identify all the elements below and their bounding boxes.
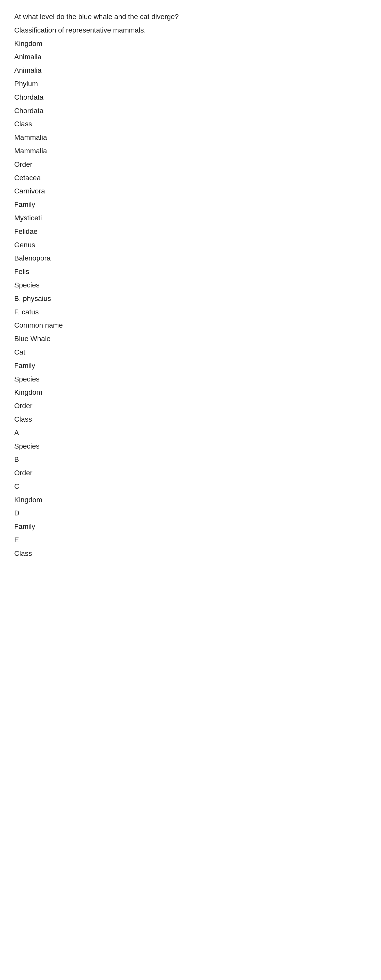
text-line-31: A bbox=[14, 426, 367, 440]
text-line-30: Class bbox=[14, 413, 367, 426]
text-line-28: Kingdom bbox=[14, 386, 367, 399]
text-line-11: Order bbox=[14, 158, 367, 171]
text-line-39: E bbox=[14, 533, 367, 547]
text-line-36: Kingdom bbox=[14, 493, 367, 507]
text-line-10: Mammalia bbox=[14, 144, 367, 158]
text-line-22: F. catus bbox=[14, 305, 367, 319]
text-line-9: Mammalia bbox=[14, 131, 367, 144]
text-line-4: Animalia bbox=[14, 64, 367, 77]
text-line-23: Common name bbox=[14, 319, 367, 332]
text-line-15: Mysticeti bbox=[14, 212, 367, 225]
text-line-26: Family bbox=[14, 359, 367, 372]
text-line-40: Class bbox=[14, 547, 367, 560]
text-line-20: Species bbox=[14, 278, 367, 292]
text-line-33: B bbox=[14, 453, 367, 466]
text-line-8: Class bbox=[14, 118, 367, 131]
text-line-19: Felis bbox=[14, 265, 367, 278]
text-line-0: At what level do the blue whale and the … bbox=[14, 10, 367, 24]
text-line-34: Order bbox=[14, 466, 367, 480]
text-line-24: Blue Whale bbox=[14, 332, 367, 346]
text-line-5: Phylum bbox=[14, 77, 367, 91]
text-line-37: D bbox=[14, 506, 367, 520]
text-line-38: Family bbox=[14, 520, 367, 533]
text-line-27: Species bbox=[14, 372, 367, 386]
text-line-6: Chordata bbox=[14, 91, 367, 104]
text-line-14: Family bbox=[14, 198, 367, 212]
text-line-16: Felidae bbox=[14, 225, 367, 239]
text-line-2: Kingdom bbox=[14, 37, 367, 51]
text-line-3: Animalia bbox=[14, 50, 367, 64]
content-container: At what level do the blue whale and the … bbox=[14, 10, 367, 560]
text-line-7: Chordata bbox=[14, 104, 367, 118]
text-line-25: Cat bbox=[14, 346, 367, 359]
text-line-18: Balenopora bbox=[14, 251, 367, 265]
text-line-17: Genus bbox=[14, 239, 367, 252]
text-line-1: Classification of representative mammals… bbox=[14, 24, 367, 37]
text-line-21: B. physaius bbox=[14, 292, 367, 305]
text-line-35: C bbox=[14, 480, 367, 493]
text-line-12: Cetacea bbox=[14, 171, 367, 185]
text-line-29: Order bbox=[14, 399, 367, 413]
text-line-32: Species bbox=[14, 440, 367, 453]
text-line-13: Carnivora bbox=[14, 185, 367, 198]
